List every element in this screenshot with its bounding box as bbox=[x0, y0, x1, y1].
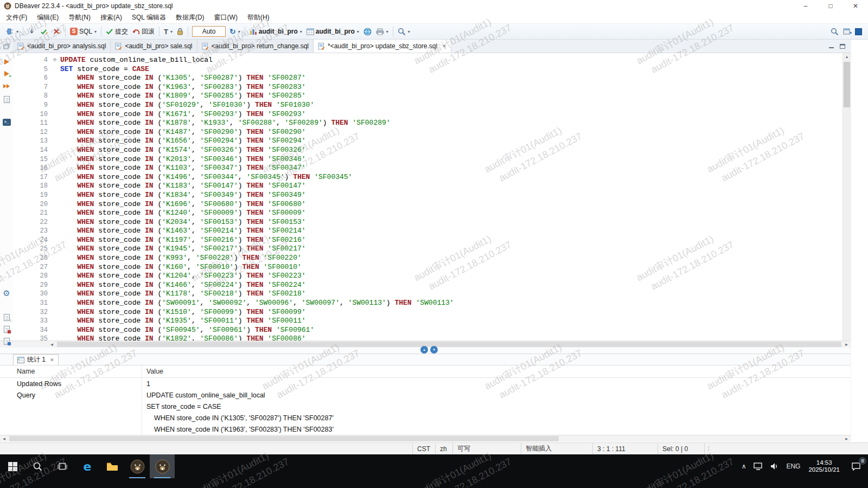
scroll-up-icon[interactable]: ▴ bbox=[843, 53, 851, 61]
code-line[interactable]: 19 WHEN store_code IN ('K1834', 'SF00349… bbox=[13, 191, 851, 200]
network-icon[interactable] bbox=[750, 454, 767, 478]
readonly-lock-button[interactable] bbox=[175, 25, 186, 38]
editor-vscrollbar[interactable]: ▴ bbox=[843, 53, 851, 341]
code-line[interactable]: 34 WHEN store_code IN ('SF00945', 'SF009… bbox=[13, 326, 851, 335]
editor-tab[interactable]: *<audit_bi_pro> update_sbz_store.sql✕ bbox=[314, 40, 451, 53]
menu-item[interactable]: SQL 编辑器 bbox=[127, 13, 171, 22]
task-view-button[interactable] bbox=[50, 454, 75, 478]
export-data-icon[interactable]: ↓ bbox=[2, 312, 11, 322]
restore-view-icon[interactable] bbox=[0, 40, 13, 53]
code-line[interactable]: 8 WHEN store_code IN ('K1809', 'SF00285'… bbox=[13, 92, 851, 101]
database-selector[interactable]: audit_bi_pro ▾ bbox=[247, 25, 304, 38]
output-button[interactable]: ▾ bbox=[374, 25, 391, 38]
execute-statement-icon[interactable] bbox=[2, 57, 11, 67]
dbeaver-taskbar-button-active[interactable] bbox=[150, 454, 175, 478]
vscroll-thumb[interactable] bbox=[844, 62, 850, 107]
code-line[interactable]: 17 WHEN store_code IN ('K1496', 'SF00344… bbox=[13, 173, 851, 182]
panel-splitter[interactable]: ▴ ▾ bbox=[0, 348, 851, 354]
code-line[interactable]: 35 WHEN store_code IN ('K1892', 'SF00086… bbox=[13, 335, 851, 341]
rollback-button[interactable]: 回滚 bbox=[130, 25, 157, 38]
taskbar-search-button[interactable] bbox=[25, 454, 50, 478]
code-line[interactable]: 10 WHEN store_code IN ('K1671', 'SF00293… bbox=[13, 110, 851, 119]
fetch-resultset-button[interactable] bbox=[25, 25, 38, 38]
code-line[interactable]: 32 WHEN store_code IN ('K1510', 'SF00099… bbox=[13, 308, 851, 317]
fold-collapse-icon[interactable]: ⊖ bbox=[53, 56, 60, 65]
code-line[interactable]: 12 WHEN store_code IN ('K1487', 'SF00290… bbox=[13, 128, 851, 137]
language-indicator[interactable]: ENG bbox=[782, 454, 804, 478]
code-line[interactable]: 29 WHEN store_code IN ('K1466', 'SF00224… bbox=[13, 281, 851, 290]
minimize-view-icon[interactable] bbox=[829, 41, 834, 51]
menu-item[interactable]: 数据库(D) bbox=[171, 13, 209, 22]
settings-gear-icon[interactable]: ⚙ bbox=[2, 288, 11, 298]
panel-hscrollbar[interactable]: ◂ ▸ bbox=[0, 435, 851, 442]
code-line[interactable]: 5SET store_code = CASE bbox=[13, 65, 851, 74]
close-button[interactable]: ✕ bbox=[843, 0, 868, 12]
scroll-left-icon[interactable]: ◂ bbox=[0, 436, 8, 441]
open-perspective-button[interactable] bbox=[841, 25, 854, 38]
code-line[interactable]: 25 WHEN store_code IN ('K1945', 'SF00217… bbox=[13, 245, 851, 254]
statistics-row[interactable]: QueryUPDATE custom_online_sale_bill_loca… bbox=[0, 389, 851, 401]
file-explorer-button[interactable] bbox=[100, 454, 125, 478]
tab-statistics[interactable]: 统计 1 ✕ bbox=[13, 354, 59, 365]
menu-item[interactable]: 导航(N) bbox=[63, 13, 95, 22]
tray-chevron-icon[interactable]: ∧ bbox=[738, 454, 750, 478]
volume-icon[interactable] bbox=[767, 454, 782, 478]
code-line[interactable]: 18 WHEN store_code IN ('K1183', 'SF00147… bbox=[13, 182, 851, 191]
report-doc-icon[interactable] bbox=[2, 336, 11, 346]
code-line[interactable]: 22 WHEN store_code IN ('K2034', 'SF00153… bbox=[13, 218, 851, 227]
code-line[interactable]: 7 WHEN store_code IN ('K1963', 'SF00283'… bbox=[13, 83, 851, 92]
splitter-down-button[interactable]: ▾ bbox=[430, 346, 438, 354]
code-line[interactable]: 26 WHEN store_code IN ('K993', 'SF00220'… bbox=[13, 254, 851, 263]
code-line[interactable]: 13 WHEN store_code IN ('K1656', 'SF00294… bbox=[13, 137, 851, 146]
rollback-pencil-button[interactable] bbox=[50, 25, 63, 38]
scroll-right-icon[interactable]: ▸ bbox=[843, 436, 851, 441]
maximize-view-icon[interactable] bbox=[840, 41, 845, 51]
menu-item[interactable]: 文件(F) bbox=[1, 13, 32, 22]
scroll-right-icon[interactable]: ▸ bbox=[843, 342, 851, 347]
code-line[interactable]: 6 WHEN store_code IN ('K1305', 'SF00287'… bbox=[13, 74, 851, 83]
save-log-icon[interactable] bbox=[2, 324, 11, 334]
editor-tab[interactable]: <audit_bi_pro> sale.sql bbox=[111, 40, 197, 53]
column-header-value[interactable]: Value bbox=[142, 365, 851, 377]
code-line[interactable]: 16 WHEN store_code IN ('K1103', 'SF00347… bbox=[13, 164, 851, 173]
code-line[interactable]: 31 WHEN store_code IN ('SW00091', 'SW000… bbox=[13, 299, 851, 308]
code-line[interactable]: 4⊖UPDATE custom_online_sale_bill_local bbox=[13, 56, 851, 65]
code-line[interactable]: 28 WHEN store_code IN ('K1204', 'SF00223… bbox=[13, 272, 851, 281]
refresh-button[interactable]: ↻ ▾ bbox=[227, 25, 242, 38]
panel-hscroll-thumb[interactable] bbox=[9, 436, 559, 441]
minimize-button[interactable]: – bbox=[793, 0, 818, 12]
schema-selector[interactable]: audit_bi_pro ▾ bbox=[304, 25, 361, 38]
editor-tab[interactable]: <audit_bi_pro> return_change.sql bbox=[197, 40, 314, 53]
menu-item[interactable]: 编辑(E) bbox=[32, 13, 63, 22]
editor-tab[interactable]: <audit_bi_pro> analysis.sql bbox=[13, 40, 111, 53]
edge-button[interactable]: e bbox=[75, 454, 100, 478]
panel-tab-close-icon[interactable]: ✕ bbox=[50, 357, 54, 363]
statistics-row[interactable]: WHEN store_code IN ('K1305', 'SF00287') … bbox=[0, 412, 851, 423]
code-line[interactable]: 30 WHEN store_code IN ('K1178', 'SF00218… bbox=[13, 290, 851, 299]
column-header-name[interactable]: Name bbox=[0, 365, 142, 377]
statistics-row[interactable]: Updated Rows1 bbox=[0, 378, 851, 389]
toolbar-search-button[interactable]: ▾ bbox=[395, 25, 412, 38]
sql-editor[interactable]: 4⊖UPDATE custom_online_sale_bill_local5S… bbox=[13, 53, 851, 341]
start-button[interactable] bbox=[0, 454, 25, 478]
statistics-row[interactable]: SET store_code = CASE bbox=[0, 401, 851, 412]
navigator-button[interactable] bbox=[361, 25, 374, 38]
action-center-button[interactable]: 8 bbox=[844, 454, 868, 478]
new-connection-button[interactable]: ▾ bbox=[3, 25, 21, 38]
dbeaver-taskbar-button[interactable] bbox=[125, 454, 150, 478]
clock[interactable]: 14:53 2025/10/21 bbox=[804, 454, 844, 478]
code-line[interactable]: 27 WHEN store_code IN ('K160', 'SF00010'… bbox=[13, 263, 851, 272]
sql-terminal-icon[interactable]: >_ bbox=[2, 117, 11, 127]
menu-item[interactable]: 帮助(H) bbox=[242, 13, 275, 22]
auto-refresh-select[interactable]: Auto bbox=[192, 26, 226, 37]
commit-pencil-button[interactable] bbox=[38, 25, 50, 38]
statistics-row[interactable]: WHEN store_code IN ('K1963', 'SF00283') … bbox=[0, 423, 851, 435]
code-line[interactable]: 24 WHEN store_code IN ('K1197', 'SF00216… bbox=[13, 236, 851, 245]
maximize-button[interactable]: □ bbox=[818, 0, 843, 12]
code-line[interactable]: 23 WHEN store_code IN ('K1463', 'SF00214… bbox=[13, 227, 851, 236]
menu-item[interactable]: 窗口(W) bbox=[209, 13, 242, 22]
explain-plan-icon[interactable] bbox=[2, 94, 11, 104]
code-line[interactable]: 20 WHEN store_code IN ('K1696', 'SF00680… bbox=[13, 200, 851, 209]
menu-item[interactable]: 搜索(A) bbox=[95, 13, 127, 22]
sql-editor-button[interactable]: S SQL ▾ bbox=[68, 25, 99, 38]
